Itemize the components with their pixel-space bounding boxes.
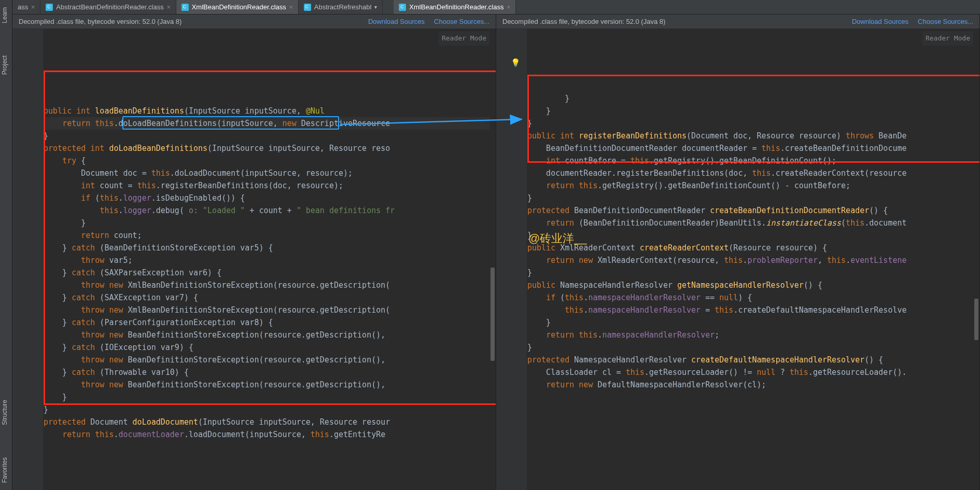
download-sources-link[interactable]: Download Sources [852, 18, 908, 25]
split-editor: Decompiled .class file, bytecode version… [12, 15, 980, 490]
tool-favorites[interactable]: Favorites [0, 454, 12, 486]
chevron-down-icon[interactable]: ▾ [374, 4, 377, 10]
code-area-right[interactable]: 💡 Reader Mode @砖业洋__ } }}public int regi… [496, 29, 979, 490]
close-icon[interactable]: × [507, 4, 510, 11]
class-file-icon [399, 4, 406, 11]
tab-xmlbean-left[interactable]: XmlBeanDefinitionReader.class × [176, 0, 299, 14]
download-sources-link[interactable]: Download Sources [368, 18, 425, 25]
tab-label: ass [18, 3, 28, 11]
editor-right: Decompiled .class file, bytecode version… [496, 15, 980, 490]
gutter-right[interactable]: 💡 [496, 29, 527, 490]
code-area-left[interactable]: Reader Mode public int loadBeanDefinitio… [12, 29, 496, 490]
close-icon[interactable]: × [289, 4, 293, 11]
tab-label: AbstractBeanDefinitionReader.class [56, 3, 163, 11]
tab-label: XmlBeanDefinitionReader.class [192, 3, 286, 11]
info-bar-left: Decompiled .class file, bytecode version… [12, 15, 496, 29]
tool-structure[interactable]: Structure [0, 397, 12, 428]
code-body-right[interactable]: Reader Mode @砖业洋__ } }}public int regist… [527, 29, 979, 490]
watermark-text: @砖业洋__ [528, 232, 587, 245]
tool-learn[interactable]: Learn [0, 4, 12, 26]
close-icon[interactable]: × [167, 4, 171, 11]
tab-xmlbean-right[interactable]: XmlBeanDefinitionReader.class × [394, 0, 516, 14]
bulb-icon[interactable]: 💡 [511, 58, 521, 67]
code-body-left[interactable]: Reader Mode public int loadBeanDefinitio… [44, 29, 496, 490]
class-file-icon [181, 4, 189, 11]
side-toolbar: Learn Project Structure Favorites [0, 0, 12, 490]
decompiled-label: Decompiled .class file, bytecode version… [502, 18, 665, 25]
editor-left: Decompiled .class file, bytecode version… [12, 15, 496, 490]
choose-sources-link[interactable]: Choose Sources... [434, 18, 489, 25]
gutter-left[interactable] [12, 29, 44, 490]
class-file-icon [46, 4, 53, 11]
info-bar-right: Decompiled .class file, bytecode version… [496, 15, 979, 29]
class-file-icon [304, 4, 311, 11]
tab-label: XmlBeanDefinitionReader.class [409, 3, 503, 11]
decompiled-label: Decompiled .class file, bytecode version… [19, 18, 181, 25]
tab-abstractrefresh[interactable]: AbstractRefreshabl ▾ [299, 0, 383, 14]
tab-ass[interactable]: ass × [12, 0, 40, 14]
close-icon[interactable]: × [31, 4, 35, 11]
choose-sources-link[interactable]: Choose Sources... [918, 18, 973, 25]
tool-project[interactable]: Project [0, 52, 12, 78]
main-area: ass × AbstractBeanDefinitionReader.class… [12, 0, 980, 490]
tab-bar: ass × AbstractBeanDefinitionReader.class… [12, 0, 980, 15]
tab-abstractbean[interactable]: AbstractBeanDefinitionReader.class × [40, 0, 176, 14]
reader-mode-badge[interactable]: Reader Mode [922, 31, 973, 46]
tab-label: AbstractRefreshabl [314, 3, 372, 11]
reader-mode-badge[interactable]: Reader Mode [439, 31, 489, 46]
